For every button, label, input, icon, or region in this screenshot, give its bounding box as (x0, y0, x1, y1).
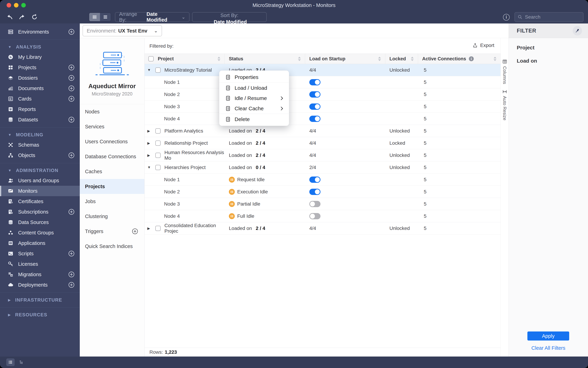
load-on-startup-toggle[interactable] (309, 116, 320, 122)
menu-item-properties[interactable]: Properties (219, 72, 289, 82)
expand-icon[interactable]: ▶ (147, 153, 153, 157)
menu-item-load-unload[interactable]: Load / Unload (219, 83, 289, 93)
server-tab-database-connections[interactable]: Database Connections (80, 149, 145, 164)
sidebar-item-objects[interactable]: Objects (0, 150, 80, 161)
table-row[interactable]: ▶Relationship Project Loaded on2 / 4 4/4… (145, 137, 501, 149)
info-icon[interactable]: i (469, 56, 474, 61)
collapse-icon[interactable]: ▼ (147, 166, 153, 169)
add-trigger-icon[interactable] (132, 228, 138, 234)
server-tab-projects[interactable]: Projects (80, 179, 145, 194)
sidebar-item-my-library[interactable]: My Library (0, 52, 80, 62)
menu-item-clear-cache[interactable]: Clear Cache (219, 103, 289, 114)
load-on-startup-toggle[interactable] (309, 189, 320, 195)
section-modeling[interactable]: ▼ MODELING (0, 130, 80, 140)
row-checkbox[interactable] (155, 128, 161, 134)
row-checkbox[interactable] (155, 226, 161, 231)
environment-dropdown[interactable]: Environment: UX Test Env ⌄ (83, 25, 162, 36)
server-tab-jobs[interactable]: Jobs (80, 194, 145, 209)
load-on-startup-toggle[interactable] (309, 213, 320, 219)
server-tab-quick-search-indices[interactable]: Quick Search Indices (80, 239, 145, 254)
forward-button[interactable] (17, 12, 27, 22)
section-administration[interactable]: ▼ ADMINSTRATION (0, 166, 80, 175)
filter-field-load-on[interactable]: Load on (517, 58, 537, 64)
menu-item-idle-resume[interactable]: Idle / Resume (219, 93, 289, 103)
select-all-checkbox[interactable] (148, 56, 154, 61)
column-header-locked[interactable]: Locked (385, 54, 418, 64)
table-row[interactable]: ▶Platform Analytics Loaded on2 / 4 4/4 U… (145, 125, 501, 137)
table-row[interactable]: ▼Hierarchies Project Loaded on0 / 4 2/4 … (145, 161, 501, 174)
sidebar-item-certificates[interactable]: Certificates (0, 196, 80, 207)
arrange-by-dropdown[interactable]: Arrange By: Date Modified ⌄ (115, 12, 190, 22)
add-dataset-icon[interactable] (68, 117, 75, 123)
expand-icon[interactable]: ▶ (147, 141, 153, 145)
sidebar-item-dossiers[interactable]: Dossiers (0, 73, 80, 83)
load-on-startup-toggle[interactable] (309, 103, 320, 110)
info-button[interactable]: i (503, 14, 510, 20)
sort-by-dropdown[interactable]: Sort By: Date Modified ⌄ (192, 12, 267, 22)
sidebar-item-scripts[interactable]: Scripts (0, 248, 80, 259)
grid-view-button[interactable] (89, 13, 100, 21)
columns-tab[interactable]: Columns (501, 59, 509, 84)
list-view-button[interactable] (100, 13, 111, 21)
add-project-icon[interactable] (68, 64, 75, 71)
load-on-startup-toggle[interactable] (309, 79, 320, 85)
table-row[interactable]: ▶Consolidated Education Projec Loaded on… (145, 222, 501, 234)
export-button[interactable]: Export (472, 43, 494, 48)
section-resources[interactable]: ▶ RESOURCES (0, 310, 80, 320)
load-on-startup-toggle[interactable] (309, 201, 320, 207)
sidebar-item-content-groups[interactable]: Content Groups (0, 228, 80, 238)
sidebar-item-environments[interactable]: Environments (0, 27, 80, 37)
collapse-icon[interactable]: ▼ (147, 68, 153, 72)
table-row[interactable]: Node 4 Full Idle 5 (145, 210, 501, 222)
auto-resize-tab[interactable]: Auto Resize (501, 89, 509, 120)
table-row[interactable]: ▶Human Resources Analysis Mo Loaded on2 … (145, 149, 501, 161)
section-infrastructure[interactable]: ▶ INFRASTRUCTURE (0, 295, 80, 305)
column-header-project[interactable]: Project (145, 54, 225, 64)
table-row[interactable]: Node 2 Execution Idle 5 (145, 186, 501, 198)
load-on-startup-toggle[interactable] (309, 91, 320, 98)
row-checkbox[interactable] (155, 140, 161, 146)
search-input[interactable] (525, 14, 577, 20)
row-checkbox[interactable] (155, 165, 161, 170)
column-header-active-connections[interactable]: Active Connections i (418, 54, 501, 64)
add-dossier-icon[interactable] (68, 75, 75, 81)
pin-button[interactable] (573, 26, 582, 36)
table-row[interactable]: Node 2 5 (145, 88, 501, 101)
expand-icon[interactable]: ▶ (147, 129, 153, 133)
search-box[interactable] (514, 12, 583, 22)
add-document-icon[interactable] (68, 85, 75, 92)
sidebar-item-cards[interactable]: Cards (0, 93, 80, 104)
column-header-status[interactable]: Status (225, 54, 305, 64)
server-tab-clustering[interactable]: Clustering (80, 209, 145, 224)
table-row[interactable]: Node 4 5 (145, 113, 501, 125)
tree-view-button[interactable] (17, 359, 25, 366)
flat-list-view-button[interactable] (6, 359, 15, 366)
section-analysis[interactable]: ▼ ANALYSIS (0, 42, 80, 52)
server-tab-users-connections[interactable]: Users Connections (80, 134, 145, 149)
add-migration-icon[interactable] (68, 271, 75, 277)
sidebar-item-licenses[interactable]: Licenses (0, 259, 80, 269)
sidebar-item-data-sources[interactable]: Data Sources (0, 217, 80, 228)
refresh-button[interactable] (30, 12, 39, 22)
sidebar-item-documents[interactable]: Documents (0, 83, 80, 93)
table-row[interactable]: ▼MicroStrategy Tutorial Loaded on2 / 4 4… (145, 64, 501, 76)
add-environment-icon[interactable] (68, 29, 75, 35)
add-card-icon[interactable] (68, 96, 75, 102)
sidebar-item-projects[interactable]: Projects (0, 62, 80, 73)
server-tab-services[interactable]: Services (80, 119, 145, 134)
expand-icon[interactable]: ▶ (147, 226, 153, 230)
sidebar-item-datasets[interactable]: Datasets (0, 114, 80, 125)
add-script-icon[interactable] (68, 250, 75, 257)
sidebar-item-monitors[interactable]: Monitors (0, 186, 80, 196)
sidebar-item-deployments[interactable]: Deployments (0, 280, 80, 290)
table-row[interactable]: Node 1 Request Idle 5 (145, 174, 501, 186)
apply-button[interactable]: Apply (527, 331, 569, 340)
menu-item-delete[interactable]: Delete (219, 114, 289, 124)
table-row[interactable]: Node 3 Partial Idle 5 (145, 198, 501, 210)
add-object-icon[interactable] (68, 152, 75, 158)
sidebar-item-schemas[interactable]: Schemas (0, 140, 80, 150)
server-tab-caches[interactable]: Caches (80, 164, 145, 179)
sidebar-item-migrations[interactable]: Migrations (0, 269, 80, 280)
clear-all-filters-link[interactable]: Clear All Filters (509, 345, 588, 351)
table-row[interactable]: Node 1 5 (145, 76, 501, 88)
